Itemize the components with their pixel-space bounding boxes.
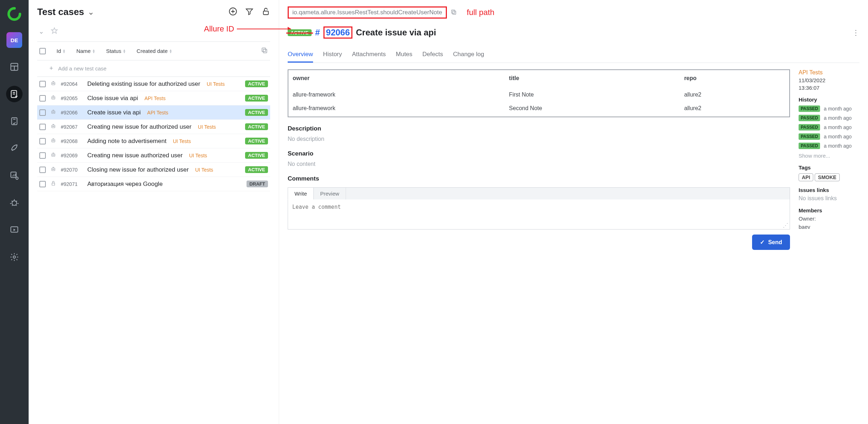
history-time: a month ago	[824, 134, 852, 139]
resize-handle-icon[interactable]: ⋰	[288, 222, 790, 229]
copy-icon[interactable]	[450, 9, 457, 16]
history-item[interactable]: PASSEDa month ago	[799, 133, 859, 140]
svg-rect-35	[452, 10, 455, 13]
table-row[interactable]: #92071Авторизация через GoogleDRAFT	[37, 177, 270, 191]
row-suite: UI Tests	[198, 124, 216, 130]
row-checkbox[interactable]	[39, 81, 46, 87]
owner-value: baev	[799, 224, 859, 230]
analytics-icon[interactable]	[6, 167, 23, 184]
comment-editor: Write Preview ⋰	[288, 187, 790, 230]
svg-point-29	[53, 155, 53, 156]
col-status[interactable]: Status▲▼	[106, 48, 126, 54]
tag-chip[interactable]: SMOKE	[815, 173, 839, 181]
show-more[interactable]: Show more...	[799, 153, 859, 159]
table-row[interactable]: #92068Adding note to advertisementUI Tes…	[37, 134, 270, 148]
history-item[interactable]: PASSEDa month ago	[799, 105, 859, 112]
history-item[interactable]: PASSEDa month ago	[799, 115, 859, 121]
history-item[interactable]: PASSEDa month ago	[799, 143, 859, 149]
svg-rect-28	[52, 154, 55, 157]
testcases-icon[interactable]	[6, 86, 23, 102]
add-testcase-row[interactable]: + Add a new test case	[37, 60, 270, 77]
row-checkbox[interactable]	[39, 181, 46, 187]
col-id[interactable]: Id▲▼	[57, 48, 65, 54]
tab-overview[interactable]: Overview	[288, 47, 313, 63]
tab-mutes[interactable]: Mutes	[396, 47, 412, 63]
history-status: PASSED	[799, 133, 820, 140]
page-title: Test cases	[37, 6, 84, 18]
add-testcase-placeholder: Add a new test case	[58, 65, 107, 72]
svg-point-33	[54, 169, 54, 170]
logo[interactable]	[7, 6, 22, 21]
svg-point-30	[54, 155, 54, 156]
table-row[interactable]: #92069Creating new issue authorized user…	[37, 148, 270, 163]
owner-label: Owner:	[799, 216, 859, 222]
row-name: Creating new issue authorized user	[87, 152, 182, 159]
description-value: No description	[288, 136, 790, 142]
add-icon[interactable]	[229, 7, 237, 17]
star-icon[interactable]	[50, 27, 58, 36]
description-header: Description	[288, 125, 790, 132]
tab-defects[interactable]: Defects	[423, 47, 443, 63]
issues-value: No issues links	[799, 195, 859, 202]
chevron-down-icon[interactable]: ⌄	[88, 8, 94, 17]
tab-change-log[interactable]: Change log	[453, 47, 484, 63]
svg-point-27	[54, 140, 54, 141]
param-header-title: title	[505, 70, 680, 87]
row-checkbox[interactable]	[39, 109, 46, 116]
row-checkbox[interactable]	[39, 167, 46, 173]
tab-attachments[interactable]: Attachments	[352, 47, 386, 63]
row-checkbox[interactable]	[39, 124, 46, 130]
table-row[interactable]: #92066Create issue via apiAPI TestsACTIV…	[37, 105, 270, 120]
unlock-icon[interactable]	[262, 7, 270, 17]
svg-rect-12	[262, 48, 265, 51]
row-checkbox[interactable]	[39, 152, 46, 159]
param-row: allure-frameworkSecond Noteallure2	[288, 103, 790, 117]
col-created[interactable]: Created date▲▼	[137, 48, 172, 54]
svg-point-15	[54, 83, 54, 84]
launches-icon[interactable]	[6, 140, 23, 157]
plans-icon[interactable]	[6, 113, 23, 129]
table-row[interactable]: #92070Closing new issue for authorized u…	[37, 163, 270, 177]
comment-tab-write[interactable]: Write	[288, 187, 314, 200]
send-button[interactable]: ✓ Send	[752, 235, 790, 250]
checkbox-all[interactable]	[39, 48, 46, 54]
row-id: #92068	[61, 138, 83, 144]
members-header: Members	[799, 207, 859, 213]
col-name[interactable]: Name▲▼	[76, 48, 95, 54]
row-id: #92070	[61, 167, 83, 173]
tab-history[interactable]: History	[323, 47, 342, 63]
manual-icon	[50, 180, 57, 188]
history-item[interactable]: PASSEDa month ago	[799, 124, 859, 130]
history-status: PASSED	[799, 143, 820, 149]
table-row[interactable]: #92065Close issue via apiAPI TestsACTIVE	[37, 91, 270, 105]
table-row[interactable]: #92064Deleting existing issue for author…	[37, 77, 270, 91]
comment-input[interactable]	[288, 199, 790, 221]
tag-chip[interactable]: API	[799, 173, 813, 181]
sidebar: DE	[0, 0, 29, 424]
svg-rect-11	[263, 49, 267, 53]
param-title: Second Note	[505, 103, 680, 117]
scenario-value: No content	[288, 161, 790, 167]
hash-icon: #	[315, 28, 320, 38]
jobs-icon[interactable]	[6, 222, 23, 238]
svg-point-23	[53, 126, 53, 127]
svg-rect-31	[52, 168, 55, 171]
table-row[interactable]: #92067Creating new issue for authorized …	[37, 120, 270, 134]
avatar[interactable]: DE	[6, 32, 22, 48]
chevron-down-icon[interactable]: ⌄	[39, 28, 44, 35]
filter-icon[interactable]	[245, 7, 254, 17]
row-checkbox[interactable]	[39, 138, 46, 144]
settings-icon[interactable]	[6, 249, 23, 265]
defects-icon[interactable]	[6, 194, 23, 211]
comment-tab-preview[interactable]: Preview	[314, 188, 346, 199]
svg-point-14	[53, 83, 53, 84]
copy-columns-icon[interactable]	[261, 47, 268, 55]
meta-suite[interactable]: API Tests	[799, 69, 859, 76]
dashboard-icon[interactable]	[6, 59, 23, 75]
full-path: io.qameta.allure.IssuesRestTest.shouldCr…	[288, 6, 447, 19]
send-label: Send	[768, 239, 782, 246]
row-checkbox[interactable]	[39, 95, 46, 102]
row-suite: UI Tests	[207, 81, 225, 87]
more-menu-icon[interactable]: ⋮	[852, 28, 859, 37]
history-time: a month ago	[824, 106, 852, 112]
